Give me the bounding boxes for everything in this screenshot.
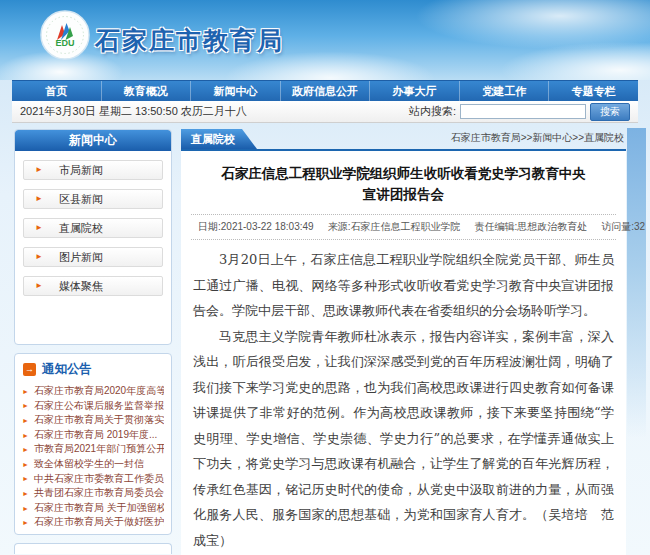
main-nav: 首页 教育概况 新闻中心 政府信息公开 办事大厅 党建工作 专题专栏 xyxy=(12,80,638,101)
sidebar-item-media-focus[interactable]: ► 媒体聚焦 xyxy=(23,276,163,296)
date-search-bar: 2021年3月30日 星期二 13:50:50 农历二月十八 站内搜索: 搜索 xyxy=(12,101,638,123)
site-header: EDU 石家庄市教育局 xyxy=(0,0,650,80)
background-accent-band xyxy=(627,128,646,438)
education-bureau-emblem-icon: EDU xyxy=(40,10,90,60)
notice-item[interactable]: ►石家庄市教育局关于做好医护人员... xyxy=(22,515,164,530)
bullet-arrow-icon: ► xyxy=(22,432,29,439)
search-button[interactable]: 搜索 xyxy=(590,103,630,121)
notice-item-label: 石家庄市教育局关于贯彻落实《中... xyxy=(34,413,164,428)
site-search: 站内搜索: 搜索 xyxy=(409,103,630,121)
sidebar-item-photo-news[interactable]: ► 图片新闻 xyxy=(23,247,163,267)
site-search-input[interactable] xyxy=(460,104,586,119)
notice-item-label: 石家庄市教育局 2019年度... xyxy=(34,428,157,443)
sidebar-item-municipal-news[interactable]: ► 市局新闻 xyxy=(23,160,163,180)
notice-item-label: 中共石家庄市委教育工作委员会 ... xyxy=(34,472,164,487)
content-column: 直属院校 石家庄市教育局>>新闻中心>>直属院校 石家庄信息工程职业学院组织师生… xyxy=(181,129,626,555)
bullet-arrow-icon: ► xyxy=(22,402,29,409)
nav-item-home[interactable]: 首页 xyxy=(12,81,102,101)
article: 石家庄信息工程职业学院组织师生收听收看党史学习教育中央宣讲团报告会 日期:202… xyxy=(181,151,626,555)
bullet-arrow-icon: ► xyxy=(22,490,29,497)
site-title: 石家庄市教育局 xyxy=(95,24,284,57)
article-meta: 日期:2021-03-22 18:03:49来源:石家庄信息工程职业学院责任编辑… xyxy=(191,214,616,240)
sidebar-item-label: 直属院校 xyxy=(59,221,103,236)
notice-item-label: 致全体留校学生的一封信 xyxy=(34,457,144,472)
article-title: 石家庄信息工程职业学院组织师生收听收看党史学习教育中央宣讲团报告会 xyxy=(219,163,588,205)
site-logo[interactable]: EDU xyxy=(40,10,90,60)
search-label: 站内搜索: xyxy=(409,104,456,119)
content-tabbar: 直属院校 石家庄市教育局>>新闻中心>>直属院校 xyxy=(181,129,626,151)
nav-item-service-hall[interactable]: 办事大厅 xyxy=(370,81,460,101)
arrow-right-icon: ► xyxy=(35,166,43,174)
arrow-badge-icon: → xyxy=(23,363,36,376)
main-area: 新闻中心 ► 市局新闻 ► 区县新闻 ► 直属院校 ► 图片新闻 xyxy=(14,129,626,555)
bullet-arrow-icon: ► xyxy=(22,417,29,424)
datetime-text: 2021年3月30日 星期二 13:50:50 农历二月十八 xyxy=(20,104,247,119)
bullet-arrow-icon: ► xyxy=(22,519,29,526)
notices-panel-title: 通知公告 xyxy=(42,361,92,378)
sidebar: 新闻中心 ► 市局新闻 ► 区县新闻 ► 直属院校 ► 图片新闻 xyxy=(14,129,172,555)
notice-item[interactable]: ►石家庄公布课后服务监督举报电话 xyxy=(22,399,164,414)
article-editor: 责任编辑:思想政治教育处 xyxy=(474,221,587,232)
tab-affiliated-schools[interactable]: 直属院校 xyxy=(181,129,257,149)
notice-item[interactable]: ►石家庄市教育局2020年度高等... xyxy=(22,384,164,399)
notices-panel-header: → 通知公告 xyxy=(22,359,164,384)
nav-item-news-center[interactable]: 新闻中心 xyxy=(191,81,281,101)
news-center-menu-items: ► 市局新闻 ► 区县新闻 ► 直属院校 ► 图片新闻 ► 媒体聚焦 xyxy=(15,151,171,314)
bullet-arrow-icon: ► xyxy=(22,505,29,512)
article-paragraph: 马克思主义学院青年教师杜冰表示，报告内容详实，案例丰富，深入浅出，听后很受启发，… xyxy=(193,324,614,554)
sidebar-item-label: 区县新闻 xyxy=(59,192,103,207)
sidebar-item-label: 媒体聚焦 xyxy=(59,279,103,294)
arrow-right-icon: ► xyxy=(35,253,43,261)
nav-item-party-building[interactable]: 党建工作 xyxy=(460,81,550,101)
article-visits: 访问量:32 xyxy=(601,221,645,232)
bullet-arrow-icon: ► xyxy=(22,475,29,482)
notice-item[interactable]: ►石家庄市教育局关于贯彻落实《中... xyxy=(22,413,164,428)
notice-item[interactable]: ►石家庄市教育局 关于加强留校... xyxy=(22,501,164,516)
bullet-arrow-icon: ► xyxy=(22,446,29,453)
notice-item-label: 市教育局2021年部门预算公开 xyxy=(34,442,164,457)
notice-item[interactable]: ►市教育局2021年部门预算公开 xyxy=(22,442,164,457)
notice-item[interactable]: ►共青团石家庄市教育局委员会 ... xyxy=(22,486,164,501)
nav-item-special-topics[interactable]: 专题专栏 xyxy=(549,81,638,101)
notice-item-label: 石家庄市教育局 关于加强留校... xyxy=(34,501,164,516)
notice-item-label: 石家庄市教育局2020年度高等... xyxy=(34,384,164,399)
nav-item-education-overview[interactable]: 教育概况 xyxy=(102,81,192,101)
bullet-arrow-icon: ► xyxy=(22,461,29,468)
notice-item-label: 共青团石家庄市教育局委员会 ... xyxy=(34,486,164,501)
notices-list: ►石家庄市教育局2020年度高等... ►石家庄公布课后服务监督举报电话 ►石家… xyxy=(22,384,164,530)
news-center-menu-title: 新闻中心 xyxy=(15,130,171,151)
notice-item[interactable]: ►中共石家庄市委教育工作委员会 ... xyxy=(22,472,164,487)
sidebar-item-label: 市局新闻 xyxy=(59,163,103,178)
arrow-right-icon: ► xyxy=(35,282,43,290)
breadcrumb[interactable]: 石家庄市教育局>>新闻中心>>直属院校 xyxy=(451,131,624,145)
article-source: 来源:石家庄信息工程职业学院 xyxy=(328,221,461,232)
sidebar-next-panel-partial xyxy=(14,543,172,554)
arrow-right-icon: ► xyxy=(35,224,43,232)
notice-item[interactable]: ►致全体留校学生的一封信 xyxy=(22,457,164,472)
arrow-right-icon: ► xyxy=(35,195,43,203)
nav-item-gov-info[interactable]: 政府信息公开 xyxy=(281,81,371,101)
notice-item[interactable]: ►石家庄市教育局 2019年度... xyxy=(22,428,164,443)
notice-item-label: 石家庄市教育局关于做好医护人员... xyxy=(34,515,164,530)
notice-item-label: 石家庄公布课后服务监督举报电话 xyxy=(34,399,164,414)
sidebar-item-affiliated-schools[interactable]: ► 直属院校 xyxy=(23,218,163,238)
sidebar-item-label: 图片新闻 xyxy=(59,250,103,265)
svg-text:EDU: EDU xyxy=(55,38,74,48)
notices-panel: → 通知公告 ►石家庄市教育局2020年度高等... ►石家庄公布课后服务监督举… xyxy=(14,353,172,535)
article-date: 日期:2021-03-22 18:03:49 xyxy=(198,221,314,232)
news-center-menu: 新闻中心 ► 市局新闻 ► 区县新闻 ► 直属院校 ► 图片新闻 xyxy=(14,129,172,345)
article-paragraph: 3月20日上午，石家庄信息工程职业学院组织全院党员干部、师生员工通过广播、电视、… xyxy=(193,247,614,324)
article-body: 3月20日上午，石家庄信息工程职业学院组织全院党员干部、师生员工通过广播、电视、… xyxy=(181,240,626,553)
bullet-arrow-icon: ► xyxy=(22,388,29,395)
sidebar-item-district-news[interactable]: ► 区县新闻 xyxy=(23,189,163,209)
